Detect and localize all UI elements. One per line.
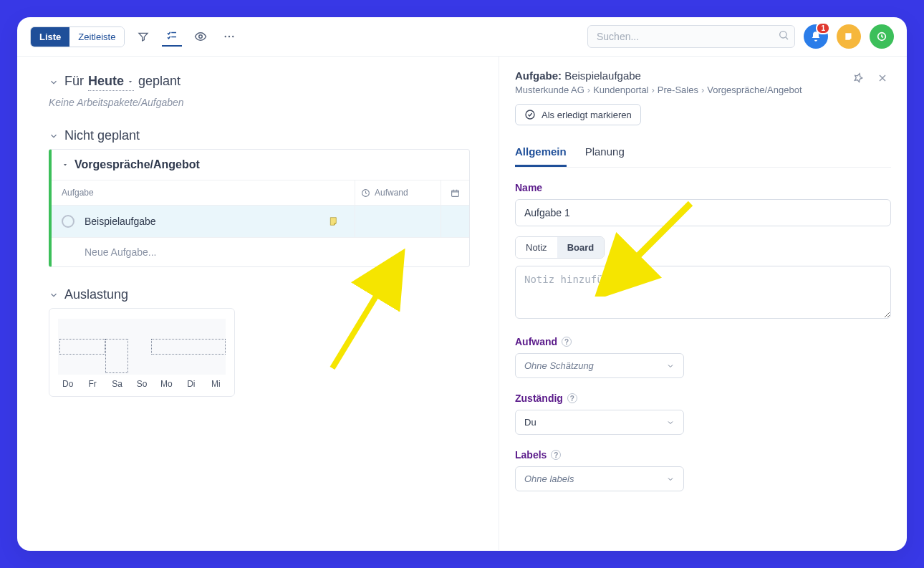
segment-board[interactable]: Board (557, 237, 605, 258)
labels-label-text: Labels (515, 449, 547, 461)
note-icon[interactable] (327, 215, 340, 228)
planned-prefix: Für (64, 74, 84, 89)
breadcrumb-item[interactable]: Vorgespräche/Angebot (707, 85, 802, 95)
day-label: Mo (158, 379, 175, 389)
help-icon[interactable]: ? (567, 393, 577, 403)
day-label: Fr (84, 379, 100, 389)
day-label: Do (59, 379, 76, 389)
mark-done-label: Als erledigt markieren (542, 110, 632, 120)
assignee-field-label: Zuständig ? (515, 393, 891, 404)
name-input[interactable] (515, 199, 891, 226)
labels-select[interactable]: Ohne labels (515, 466, 684, 491)
segment-note[interactable]: Notiz (516, 237, 557, 258)
unplanned-title: Nicht geplant (64, 128, 140, 143)
task-title: Beispielaufgabe (85, 216, 156, 227)
assignee-label-text: Zuständig (515, 393, 563, 404)
toolbar: Liste Zeitleiste 1 (17, 17, 907, 57)
day-label: Mi (208, 379, 224, 389)
utilization-chart (58, 319, 226, 375)
search-icon (778, 29, 789, 44)
day-label: So (133, 379, 150, 389)
help-icon[interactable]: ? (551, 450, 561, 460)
utilization-section-header[interactable]: Auslastung (49, 287, 499, 302)
chevron-down-icon (49, 131, 59, 141)
quicknote-button[interactable] (837, 24, 861, 49)
utilization-days: Do Fr Sa So Mo Di Mi (58, 379, 226, 389)
effort-select[interactable]: Ohne Schätzung (515, 353, 684, 378)
breadcrumb-item[interactable]: Kundenportal (593, 85, 648, 95)
view-timeline-button[interactable]: Zeitleiste (69, 27, 124, 47)
task-group: Vorgespräche/Angebot Aufgabe Aufwand (49, 149, 470, 267)
unplanned-section-header[interactable]: Nicht geplant (49, 128, 499, 143)
labels-field-label: Labels ? (515, 449, 891, 461)
chevron-down-icon (49, 290, 59, 300)
pin-button[interactable] (850, 69, 867, 87)
svg-point-1 (225, 36, 226, 37)
chevron-right-icon: › (587, 85, 590, 95)
notifications-count: 1 (816, 22, 830, 34)
assignee-value: Du (524, 417, 536, 428)
svg-point-8 (526, 110, 534, 119)
col-task-label: Aufgabe (52, 180, 355, 205)
table-row[interactable]: Beispielaufgabe (52, 206, 469, 238)
breadcrumb-item[interactable]: Musterkunde AG (515, 85, 584, 95)
assignee-select[interactable]: Du (515, 410, 684, 435)
eye-icon[interactable] (191, 27, 211, 47)
table-header: Aufgabe Aufwand (52, 180, 469, 206)
day-label: Sa (109, 379, 125, 389)
planned-suffix: geplant (138, 74, 181, 89)
panel-task-name: Beispielaufgabe (564, 69, 641, 82)
view-switch: Liste Zeitleiste (30, 27, 125, 47)
task-group-title: Vorgespräche/Angebot (74, 158, 200, 171)
panel-type-label: Aufgabe: (515, 69, 562, 82)
planned-date-dropdown[interactable]: Heute (88, 74, 134, 91)
search-input-wrap (587, 25, 795, 48)
more-icon[interactable] (219, 27, 239, 47)
task-list-pane: Für Heute geplant Keine Arbeitspakete/Au… (17, 57, 499, 550)
chevron-right-icon: › (701, 85, 704, 95)
task-complete-toggle[interactable] (62, 215, 74, 228)
planned-section-header[interactable]: Für Heute geplant (49, 74, 499, 91)
notifications-button[interactable]: 1 (804, 24, 828, 49)
svg-rect-7 (452, 190, 459, 196)
search-input[interactable] (587, 25, 795, 48)
utilization-card: Do Fr Sa So Mo Di Mi (49, 308, 235, 397)
note-textarea[interactable] (515, 266, 891, 319)
chevron-down-icon (49, 77, 59, 87)
svg-point-0 (199, 35, 203, 39)
col-date-header (441, 180, 469, 205)
effort-field-label: Aufwand ? (515, 336, 891, 347)
effort-label-text: Aufwand (515, 336, 557, 347)
task-group-header[interactable]: Vorgespräche/Angebot (52, 150, 469, 180)
breadcrumb-item[interactable]: Pre-Sales (658, 85, 698, 95)
new-task-input[interactable]: Neue Aufgabe... (52, 238, 469, 266)
help-icon[interactable]: ? (562, 337, 572, 347)
svg-point-4 (780, 32, 786, 38)
col-effort-header: Aufwand (355, 180, 441, 205)
planned-today-label: Heute (88, 74, 124, 89)
timer-button[interactable] (870, 24, 894, 49)
day-label: Di (183, 379, 199, 389)
tab-planning[interactable]: Planung (585, 140, 625, 167)
filter-icon[interactable] (133, 27, 153, 47)
checklist-icon[interactable] (162, 27, 182, 47)
planned-empty-text: Keine Arbeitspakete/Aufgaben (49, 97, 499, 108)
details-panel: Aufgabe: Beispielaufgabe Musterkunde AG … (499, 57, 907, 550)
labels-value: Ohne labels (524, 473, 574, 484)
mark-done-button[interactable]: Als erledigt markieren (515, 104, 641, 125)
svg-point-3 (232, 36, 234, 37)
breadcrumb: Musterkunde AG › Kundenportal › Pre-Sale… (515, 85, 842, 95)
close-button[interactable] (874, 69, 891, 87)
tab-general[interactable]: Allgemein (515, 140, 567, 167)
effort-value: Ohne Schätzung (524, 360, 594, 371)
note-board-segment: Notiz Board (515, 236, 605, 259)
chevron-right-icon: › (652, 85, 655, 95)
utilization-title: Auslastung (64, 287, 128, 302)
col-effort-label: Aufwand (375, 188, 408, 198)
name-field-label: Name (515, 182, 891, 193)
panel-title: Aufgabe: Beispielaufgabe (515, 69, 842, 82)
svg-point-2 (228, 36, 230, 37)
view-list-button[interactable]: Liste (31, 27, 69, 47)
panel-tabs: Allgemein Planung (515, 140, 891, 168)
